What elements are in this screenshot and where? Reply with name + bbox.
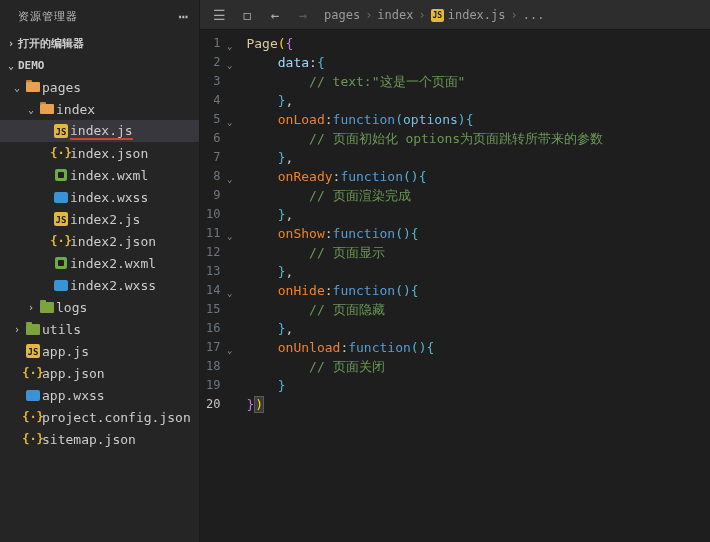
project-label: DEMO [18,59,45,72]
code-area[interactable]: 1⌄2⌄345⌄678⌄91011⌄121314⌄151617⌄181920 P… [200,30,710,542]
fold-icon[interactable]: ⌄ [227,56,232,75]
code-line[interactable]: }, [246,205,603,224]
breadcrumb-segment[interactable]: index [377,8,413,22]
fold-icon[interactable]: ⌄ [227,170,232,189]
explorer-title: 资源管理器 [18,9,78,24]
chevron-right-icon: › [4,38,18,49]
fold-icon[interactable]: ⌄ [227,341,232,360]
tree-item-index2-js[interactable]: ›JSindex2.js [0,208,199,230]
fold-icon[interactable]: ⌄ [227,284,232,303]
section-project[interactable]: ⌄ DEMO [0,54,199,76]
line-number: 14⌄ [206,281,220,300]
nav-back-icon[interactable]: ← [262,2,288,28]
explorer-header: 资源管理器 ⋯ [0,0,199,32]
tree-item-pages[interactable]: ⌄pages [0,76,199,98]
breadcrumb-segment[interactable]: ... [523,8,545,22]
more-icon[interactable]: ⋯ [178,7,189,26]
tree-item-index2-json[interactable]: ›{·}index2.json [0,230,199,252]
chevron-down-icon: ⌄ [4,60,18,71]
code-line[interactable]: // 页面隐藏 [246,300,603,319]
fold-icon[interactable]: ⌄ [227,113,232,132]
editor: ☰ ◻ ← → pages›index›JSindex.js›... 1⌄2⌄3… [200,0,710,542]
tree-item-label: project.config.json [42,410,191,425]
breadcrumb-sep: › [508,8,521,22]
line-number: 9 [206,186,220,205]
tree-item-index-wxss[interactable]: ›index.wxss [0,186,199,208]
tree-item-label: index2.json [70,234,156,249]
chevron-down-icon: ⌄ [24,104,38,115]
line-number: 20 [206,395,220,414]
line-number: 18 [206,357,220,376]
tree-item-index[interactable]: ⌄index [0,98,199,120]
tree-item-index2-wxml[interactable]: ›index2.wxml [0,252,199,274]
tree-item-index2-wxss[interactable]: ›index2.wxss [0,274,199,296]
code-line[interactable]: }, [246,148,603,167]
tree-item-label: app.js [42,344,89,359]
breadcrumb-segment[interactable]: pages [324,8,360,22]
tree-item-logs[interactable]: ›logs [0,296,199,318]
open-editors-label: 打开的编辑器 [18,36,84,51]
code-line[interactable]: // 页面显示 [246,243,603,262]
code-line[interactable]: }, [246,262,603,281]
line-number: 15 [206,300,220,319]
code-line[interactable]: onReady:function(){ [246,167,603,186]
code-line[interactable]: onShow:function(){ [246,224,603,243]
tree-item-label: index2.wxml [70,256,156,271]
editor-topbar: ☰ ◻ ← → pages›index›JSindex.js›... [200,0,710,30]
sidebar: 资源管理器 ⋯ › 打开的编辑器 ⌄ DEMO ⌄pages⌄index›JSi… [0,0,200,542]
code-line[interactable]: // text:"这是一个页面" [246,72,603,91]
tree-item-label: index.wxss [70,190,148,205]
line-number: 3 [206,72,220,91]
tree-item-label: index.json [70,146,148,161]
line-number: 10 [206,205,220,224]
list-icon[interactable]: ☰ [206,2,232,28]
fold-icon[interactable]: ⌄ [227,37,232,56]
breadcrumb-sep: › [362,8,375,22]
nav-forward-icon[interactable]: → [290,2,316,28]
code-line[interactable]: }, [246,91,603,110]
chevron-right-icon: › [24,302,38,313]
line-number: 2⌄ [206,53,220,72]
tree-item-label: app.wxss [42,388,105,403]
line-number: 12 [206,243,220,262]
tree-item-label: sitemap.json [42,432,136,447]
code-line[interactable]: // 页面关闭 [246,357,603,376]
fold-icon[interactable]: ⌄ [227,227,232,246]
bookmark-icon[interactable]: ◻ [234,2,260,28]
tree-item-sitemap-json[interactable]: ›{·}sitemap.json [0,428,199,450]
chevron-right-icon: › [10,324,24,335]
code-line[interactable]: // 页面初始化 options为页面跳转所带来的参数 [246,129,603,148]
code-line[interactable]: } [246,376,603,395]
tree-item-utils[interactable]: ›utils [0,318,199,340]
tree-item-app-json[interactable]: ›{·}app.json [0,362,199,384]
code-line[interactable]: onUnload:function(){ [246,338,603,357]
tree-item-index-wxml[interactable]: ›index.wxml [0,164,199,186]
section-open-editors[interactable]: › 打开的编辑器 [0,32,199,54]
tree-item-label: index2.js [70,212,140,227]
code-line[interactable]: onLoad:function(options){ [246,110,603,129]
code-content[interactable]: Page({ data:{ // text:"这是一个页面" }, onLoad… [228,30,603,542]
chevron-down-icon: ⌄ [10,82,24,93]
code-line[interactable]: }) [246,395,603,414]
gutter: 1⌄2⌄345⌄678⌄91011⌄121314⌄151617⌄181920 [200,30,228,542]
file-tree: ⌄pages⌄index›JSindex.js›{·}index.json›in… [0,76,199,542]
line-number: 19 [206,376,220,395]
code-line[interactable]: // 页面渲染完成 [246,186,603,205]
breadcrumb[interactable]: pages›index›JSindex.js›... [324,8,544,22]
code-line[interactable]: data:{ [246,53,603,72]
line-number: 17⌄ [206,338,220,357]
breadcrumb-segment[interactable]: JSindex.js [431,8,506,22]
tree-item-label: index.wxml [70,168,148,183]
code-line[interactable]: }, [246,319,603,338]
tree-item-label: utils [42,322,81,337]
tree-item-index-js[interactable]: ›JSindex.js [0,120,199,142]
tree-item-app-wxss[interactable]: ›app.wxss [0,384,199,406]
line-number: 5⌄ [206,110,220,129]
tree-item-label: app.json [42,366,105,381]
tree-item-app-js[interactable]: ›JSapp.js [0,340,199,362]
tree-item-project-config-json[interactable]: ›{·}project.config.json [0,406,199,428]
code-line[interactable]: Page({ [246,34,603,53]
code-line[interactable]: onHide:function(){ [246,281,603,300]
tree-item-index-json[interactable]: ›{·}index.json [0,142,199,164]
line-number: 13 [206,262,220,281]
